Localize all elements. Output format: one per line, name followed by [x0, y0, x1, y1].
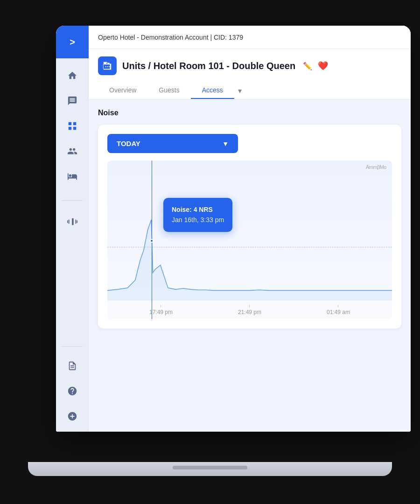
vibrate-icon: [67, 217, 77, 227]
main-content: Operto Hotel - Demonstration Account | C…: [89, 26, 411, 432]
page-header: Units / Hotel Room 101 - Double Queen ✏️…: [89, 49, 411, 99]
chevron-down-icon: ▾: [238, 86, 242, 95]
bed-icon: [67, 171, 77, 182]
chart-card: TODAY ▼ ÄmmβMo Noise:: [98, 125, 401, 329]
svg-marker-0: [107, 220, 392, 301]
tab-guests[interactable]: Guests: [147, 83, 190, 99]
time-label-0149: 01:49 am: [327, 305, 350, 315]
chart-time-axis: 17:49 pm 21:49 pm 01:49 am: [107, 305, 392, 315]
time-label: 17:49 pm: [149, 309, 173, 315]
tab-overview[interactable]: Overview: [98, 83, 147, 99]
sidebar-item-support[interactable]: [56, 379, 89, 403]
unit-icon: [98, 56, 117, 75]
app-header: Operto Hotel - Demonstration Account | C…: [89, 26, 411, 49]
tab-more-dropdown[interactable]: ▾: [234, 83, 245, 99]
laptop-base: [28, 462, 392, 476]
sidebar-item-units[interactable]: [56, 114, 89, 138]
noise-section-title: Noise: [98, 109, 401, 117]
time-label-1749: 17:49 pm: [149, 305, 173, 315]
sidebar-item-add[interactable]: [56, 405, 89, 428]
laptop-screen: >: [56, 26, 411, 432]
chat-icon: [67, 96, 77, 106]
laptop-wrapper: >: [0, 0, 420, 504]
sidebar: >: [56, 26, 89, 432]
chart-data-dot: [150, 239, 154, 243]
page-title: Units / Hotel Room 101 - Double Queen: [122, 61, 295, 71]
page-title-row: Units / Hotel Room 101 - Double Queen ✏️…: [98, 56, 401, 75]
header-title: Operto Hotel - Demonstration Account | C…: [98, 34, 243, 41]
support-icon: [67, 386, 77, 396]
sidebar-item-people[interactable]: [56, 140, 89, 163]
time-label: 21:49 pm: [238, 309, 261, 315]
sidebar-item-chat[interactable]: [56, 89, 89, 112]
time-period-dropdown[interactable]: TODAY ▼: [107, 134, 238, 153]
tooltip-date: Jan 16th, 3:33 pm: [172, 215, 224, 225]
dropdown-arrow-icon: ▼: [222, 140, 229, 147]
sidebar-nav: [56, 58, 88, 196]
chart-time-label: ÄmmβMo: [366, 164, 386, 170]
sidebar-item-sensors[interactable]: [56, 210, 89, 233]
noise-chart: ÄmmβMo Noise: 4 NRS Jan 16th, 3:33 pm: [107, 161, 392, 319]
tooltip-noise-value: Noise: 4 NRS: [172, 204, 224, 215]
chevron-right-icon: >: [70, 37, 75, 48]
tab-access[interactable]: Access: [191, 83, 234, 99]
time-label: 01:49 am: [327, 309, 350, 315]
dropdown-label: TODAY: [117, 140, 140, 147]
heart-icon[interactable]: ❤️: [318, 61, 328, 71]
sidebar-item-reports[interactable]: [56, 354, 89, 378]
sidebar-toggle-button[interactable]: >: [56, 26, 89, 58]
sidebar-bottom: [56, 350, 88, 432]
sidebar-item-home[interactable]: [56, 64, 89, 87]
chart-tooltip: Noise: 4 NRS Jan 16th, 3:33 pm: [163, 198, 232, 232]
sidebar-nav-middle: [56, 204, 88, 343]
app-container: >: [56, 26, 411, 432]
page-body: Noise TODAY ▼ ÄmmβMo: [89, 99, 411, 432]
add-icon: [67, 411, 77, 421]
tabs-container: Overview Guests Access ▾: [98, 83, 401, 99]
grid-icon: [67, 121, 77, 131]
sidebar-divider-2: [62, 346, 83, 347]
sidebar-item-rooms[interactable]: [56, 165, 89, 188]
edit-icon[interactable]: ✏️: [303, 62, 312, 70]
people-icon: [67, 146, 77, 156]
sidebar-divider-1: [62, 200, 83, 201]
document-icon: [67, 361, 77, 371]
building-icon: [102, 61, 112, 71]
time-label-2149: 21:49 pm: [238, 305, 261, 315]
home-icon: [67, 70, 77, 81]
